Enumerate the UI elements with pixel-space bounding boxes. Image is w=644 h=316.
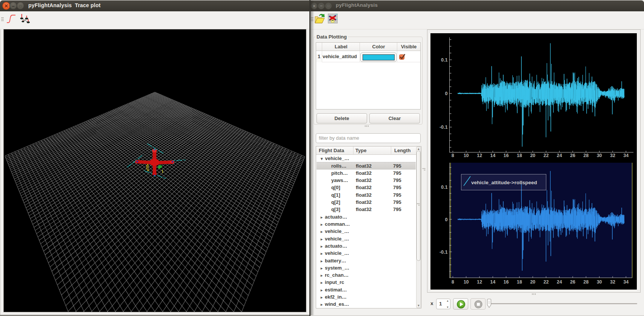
svg-text:16: 16 bbox=[504, 279, 509, 285]
svg-text:20: 20 bbox=[530, 153, 535, 158]
svg-text:0: 0 bbox=[445, 217, 448, 222]
svg-text:14: 14 bbox=[490, 279, 495, 285]
svg-text:12: 12 bbox=[477, 153, 482, 158]
svg-text:28: 28 bbox=[583, 153, 589, 158]
svg-text:12: 12 bbox=[477, 279, 482, 285]
svg-text:22: 22 bbox=[543, 153, 549, 158]
svg-text:34: 34 bbox=[623, 279, 629, 285]
svg-text:32: 32 bbox=[610, 279, 615, 285]
svg-text:-0.1: -0.1 bbox=[440, 250, 448, 255]
svg-text:8: 8 bbox=[452, 279, 454, 285]
svg-text:10: 10 bbox=[464, 279, 469, 285]
svg-text:22: 22 bbox=[543, 279, 549, 285]
svg-text:24: 24 bbox=[557, 153, 562, 158]
svg-text:0.1: 0.1 bbox=[441, 57, 447, 63]
svg-text:14: 14 bbox=[490, 153, 495, 158]
svg-text:8: 8 bbox=[452, 153, 454, 158]
svg-text:0: 0 bbox=[445, 91, 448, 96]
svg-text:30: 30 bbox=[597, 279, 602, 285]
svg-text:32: 32 bbox=[610, 153, 615, 158]
svg-text:28: 28 bbox=[583, 279, 589, 285]
svg-text:24: 24 bbox=[557, 279, 562, 285]
svg-text:20: 20 bbox=[530, 279, 535, 285]
svg-text:30: 30 bbox=[597, 153, 602, 158]
svg-text:0.1: 0.1 bbox=[441, 185, 447, 190]
svg-text:18: 18 bbox=[517, 153, 522, 158]
svg-text:16: 16 bbox=[504, 153, 509, 158]
svg-text:vehicle_attitude->rollspeed: vehicle_attitude->rollspeed bbox=[471, 180, 537, 185]
svg-text:18: 18 bbox=[517, 279, 522, 285]
svg-text:26: 26 bbox=[570, 279, 575, 285]
svg-text:34: 34 bbox=[623, 153, 629, 158]
svg-text:26: 26 bbox=[570, 153, 575, 158]
svg-text:-0.1: -0.1 bbox=[440, 125, 448, 130]
svg-text:10: 10 bbox=[464, 153, 469, 158]
